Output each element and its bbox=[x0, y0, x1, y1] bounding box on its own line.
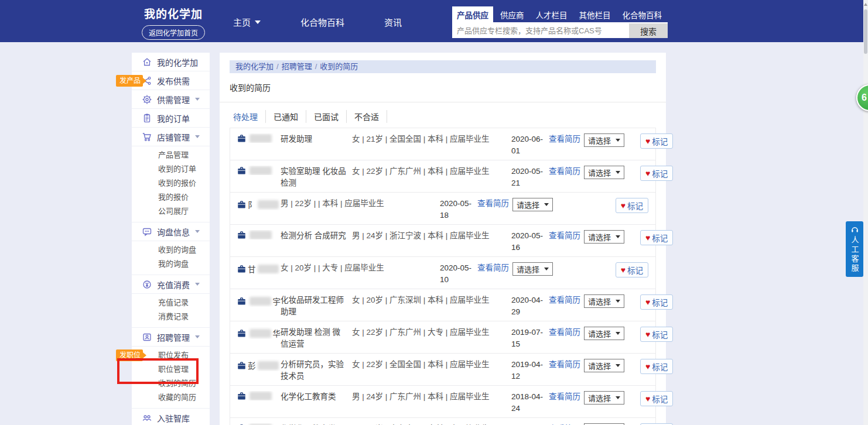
mark-button[interactable]: ♥ 标记 bbox=[640, 133, 673, 149]
sidebar-item-shop-mgmt[interactable]: 店铺管理 bbox=[132, 128, 210, 146]
status-select[interactable]: 请选择 bbox=[584, 359, 624, 372]
sidebar-item-received-inquiries[interactable]: 收到的询盘 bbox=[132, 243, 210, 257]
scrollbar-thumb[interactable] bbox=[864, 9, 867, 54]
status-select[interactable]: 请选择 bbox=[584, 166, 624, 179]
view-resume-link[interactable]: 查看简历 bbox=[549, 296, 580, 304]
search-input[interactable] bbox=[452, 23, 629, 38]
view-resume-link[interactable]: 查看简历 bbox=[549, 135, 580, 143]
status-select[interactable]: 请选择 bbox=[584, 327, 624, 340]
name-visible-part: 阝 bbox=[248, 198, 256, 210]
nav-item[interactable]: 化合物百科 bbox=[300, 16, 344, 28]
applicant-name: 华 bbox=[237, 327, 281, 339]
mark-button[interactable]: ♥ 标记 bbox=[640, 327, 673, 342]
folder-icon bbox=[237, 392, 246, 400]
mark-button[interactable]: ♥ 标记 bbox=[640, 230, 673, 245]
view-resume-link[interactable]: 查看简历 bbox=[549, 328, 580, 337]
search-button[interactable]: 搜索 bbox=[629, 23, 668, 38]
sidebar-item-publish-supply-demand[interactable]: 发布供需发产品 bbox=[132, 71, 210, 90]
sidebar-item-consume-records[interactable]: 消费记录 bbox=[132, 310, 210, 324]
sidebar-item-received-quotes[interactable]: 收到的报价 bbox=[132, 176, 210, 190]
tab-不合适[interactable]: 不合适 bbox=[347, 110, 387, 123]
tab-待处理[interactable]: 待处理 bbox=[230, 110, 266, 123]
sidebar-item-my-orders[interactable]: 我的订单 bbox=[132, 109, 210, 128]
breadcrumb-link[interactable]: 招聘管理 bbox=[282, 60, 312, 73]
breadcrumb-link[interactable]: 收到的简历 bbox=[320, 60, 358, 73]
main-content-card: 我的化学加/招聘管理/收到的简历 收到的简历 待处理已通知已面试不合适 研发助理… bbox=[220, 53, 666, 425]
mark-button[interactable]: ♥ 标记 bbox=[616, 198, 648, 213]
mark-button[interactable]: ♥ 标记 bbox=[640, 391, 673, 406]
promo-badge: 发职位 bbox=[116, 349, 143, 361]
chevron-down-icon bbox=[255, 20, 261, 24]
status-select[interactable]: 请选择 bbox=[584, 230, 624, 244]
search-tab[interactable]: 供应商 bbox=[495, 6, 529, 22]
mark-button[interactable]: ♥ 标记 bbox=[616, 262, 648, 277]
applicant-position: 化学化工教育类 bbox=[281, 391, 352, 403]
chat-notification-badge[interactable]: 6 bbox=[856, 84, 868, 111]
status-select[interactable]: 请选择 bbox=[512, 198, 553, 211]
breadcrumb: 我的化学加/招聘管理/收到的简历 bbox=[230, 60, 656, 73]
applicant-name bbox=[237, 230, 281, 239]
sidebar-item-label: 充值记录 bbox=[158, 298, 189, 307]
mark-button[interactable]: ♥ 标记 bbox=[640, 359, 673, 374]
sidebar-item-recharge-consume[interactable]: 充值消费 bbox=[132, 275, 210, 294]
view-resume-link[interactable]: 查看简历 bbox=[549, 392, 580, 401]
sidebar-item-recharge-records[interactable]: 充值记录 bbox=[132, 296, 210, 310]
resume-row: 甘 女 | 20岁 | | 大专 | 应届毕业生 2020-05-10 查看简历… bbox=[230, 257, 655, 289]
home-icon bbox=[142, 57, 152, 67]
back-to-home-button[interactable]: 返回化学加首页 bbox=[142, 25, 205, 40]
sidebar-item-label: 充值消费 bbox=[157, 279, 190, 290]
status-select[interactable]: 请选择 bbox=[584, 294, 624, 308]
sidebar-item-job-publish[interactable]: 职位发布发职位 bbox=[132, 348, 210, 362]
sidebar-item-company-showroom[interactable]: 公司展厅 bbox=[132, 204, 210, 218]
breadcrumb-link[interactable]: 我的化学加 bbox=[235, 60, 274, 73]
applicant-details: 女 | 22岁 | 广东广州 | 本科 | 应届毕业生 bbox=[352, 166, 511, 177]
view-resume-link[interactable]: 查看简历 bbox=[549, 360, 580, 369]
status-select[interactable]: 请选择 bbox=[512, 262, 553, 276]
nav-item-label: 资讯 bbox=[384, 16, 402, 28]
sidebar-item-supply-demand-mgmt[interactable]: 供需管理 bbox=[132, 90, 210, 109]
status-select[interactable]: 请选择 bbox=[584, 391, 624, 405]
tab-已通知[interactable]: 已通知 bbox=[266, 110, 306, 123]
view-resume-link[interactable]: 查看简历 bbox=[549, 167, 580, 176]
sidebar-item-my-huaxuejia[interactable]: 我的化学加 bbox=[132, 53, 210, 71]
applicant-details: 男 | 22岁 | | 本科 | 应届毕业生 bbox=[281, 198, 440, 210]
sidebar-item-job-mgmt[interactable]: 职位管理 bbox=[132, 362, 210, 376]
status-select[interactable]: 请选择 bbox=[584, 133, 624, 147]
search-tab[interactable]: 产品供应 bbox=[452, 6, 493, 22]
sidebar-item-product-mgmt[interactable]: 产品管理 bbox=[132, 148, 210, 162]
sidebar-item-favorite-resumes[interactable]: 收藏的简历 bbox=[132, 390, 210, 405]
received-date: 2019-04-12 bbox=[511, 359, 549, 382]
sidebar-item-join-think-tank[interactable]: 入驻智库 bbox=[132, 409, 210, 425]
view-resume-link[interactable]: 查看简历 bbox=[477, 199, 509, 208]
sidebar-item-inquiry-info[interactable]: 询盘信息 bbox=[132, 222, 210, 241]
folder-icon bbox=[237, 134, 246, 143]
applicant-details: 女 | 20岁 | 广东深圳 | 本科 | 应届毕业生 bbox=[352, 294, 511, 306]
mark-button[interactable]: ♥ 标记 bbox=[640, 294, 673, 310]
heart-icon: ♥ bbox=[645, 362, 650, 371]
received-date: 2018-04-24 bbox=[511, 391, 549, 414]
mark-button[interactable]: ♥ 标记 bbox=[640, 166, 673, 181]
sidebar-item-received-resumes[interactable]: 收到的简历 bbox=[132, 376, 210, 390]
sidebar-item-received-orders[interactable]: 收到的订单 bbox=[132, 162, 210, 176]
name-visible-part: 甘 bbox=[248, 263, 256, 275]
received-date: 2020-06-01 bbox=[511, 133, 549, 157]
nav-item[interactable]: 资讯 bbox=[384, 16, 402, 28]
nav-item[interactable]: 主页 bbox=[233, 16, 261, 28]
sidebar-item-my-inquiries[interactable]: 我的询盘 bbox=[132, 257, 210, 271]
resume-row: 华 研发助理 检测 微信运营 女 | 22岁 | 广东广州 | 大专 | 应届毕… bbox=[230, 321, 655, 354]
view-resume-link[interactable]: 查看简历 bbox=[549, 231, 580, 240]
heart-icon: ♥ bbox=[645, 169, 650, 177]
search-tab[interactable]: 其他栏目 bbox=[575, 6, 616, 22]
customer-service-button[interactable]: 人工客服 bbox=[846, 221, 863, 277]
sidebar-item-recruit-mgmt[interactable]: 招聘管理 bbox=[132, 328, 210, 347]
tab-已面试[interactable]: 已面试 bbox=[306, 110, 347, 123]
sidebar-item-my-quotes[interactable]: 我的报价 bbox=[132, 190, 210, 204]
sidebar-item-label: 发布供需 bbox=[157, 75, 190, 87]
page-scrollbar[interactable] bbox=[863, 0, 868, 425]
scroll-up-arrow[interactable] bbox=[863, 3, 868, 6]
applicant-details: 男 | 24岁 | 广东广州 | 本科 | 应届毕业生 bbox=[352, 391, 511, 403]
search-tab[interactable]: 化合物百科 bbox=[618, 6, 667, 22]
view-resume-link[interactable]: 查看简历 bbox=[477, 263, 509, 272]
name-redacted-blob bbox=[250, 297, 271, 306]
search-tab[interactable]: 人才栏目 bbox=[531, 6, 572, 22]
